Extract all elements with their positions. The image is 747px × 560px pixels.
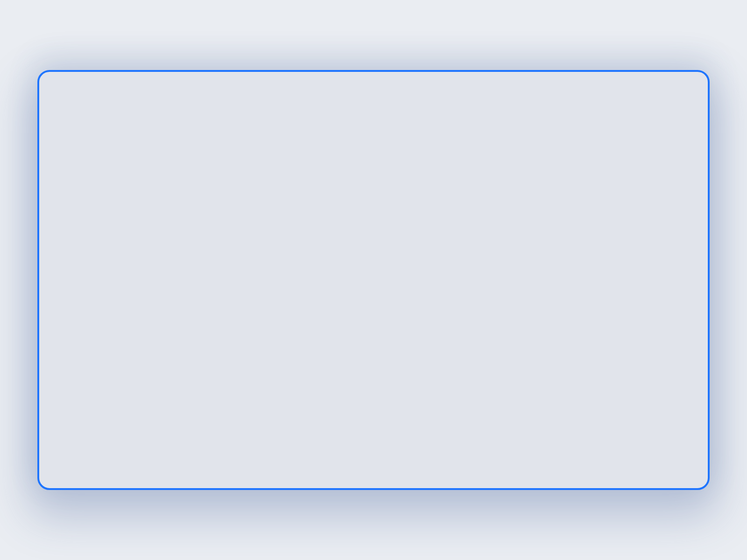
empty-panel: [37, 70, 710, 490]
